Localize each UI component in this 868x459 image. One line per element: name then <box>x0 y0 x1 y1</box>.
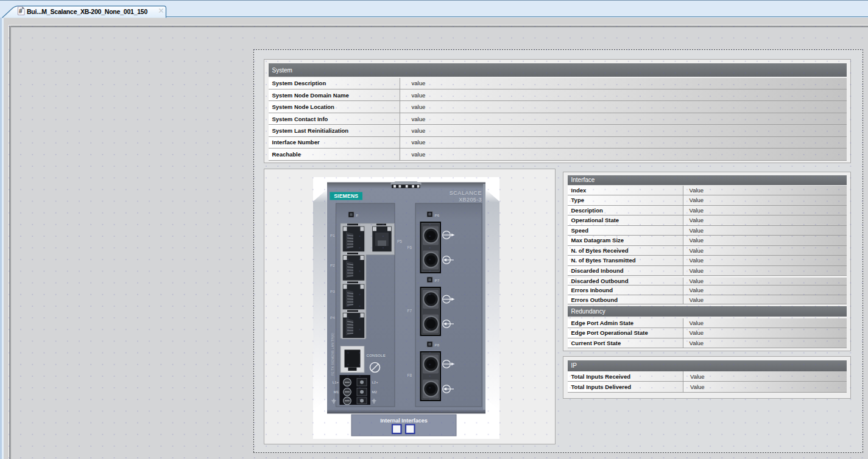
svg-text:P8: P8 <box>435 343 440 347</box>
svg-text:P2: P2 <box>330 263 335 267</box>
svg-text:P3: P3 <box>330 289 335 293</box>
svg-text:L1+: L1+ <box>333 380 339 384</box>
svg-text:#: # <box>19 8 23 15</box>
svg-text:F6: F6 <box>408 245 412 250</box>
svg-text:P1: P1 <box>330 233 335 237</box>
svg-text:P5: P5 <box>397 239 402 244</box>
svg-text:F8: F8 <box>408 373 412 377</box>
svg-text:M1: M1 <box>334 390 339 394</box>
svg-text:CONSOLE: CONSOLE <box>367 354 386 357</box>
svg-text:SIEMENS: SIEMENS <box>334 193 358 199</box>
svg-text:P6: P6 <box>435 213 440 217</box>
svg-text:L2+: L2+ <box>372 380 379 384</box>
svg-text:F7: F7 <box>408 309 412 313</box>
svg-text:M2: M2 <box>372 390 378 394</box>
svg-text:P4: P4 <box>330 315 335 320</box>
svg-text:F: F <box>356 213 359 217</box>
svg-text:FE TX SIEMENS LAN TP(X): FE TX SIEMENS LAN TP(X) <box>331 333 334 376</box>
svg-text:Internal Interfaces: Internal Interfaces <box>380 418 428 424</box>
svg-text:SCALANCE: SCALANCE <box>450 190 482 196</box>
svg-text:P7: P7 <box>435 278 440 282</box>
svg-text:XB205-3: XB205-3 <box>459 197 482 203</box>
